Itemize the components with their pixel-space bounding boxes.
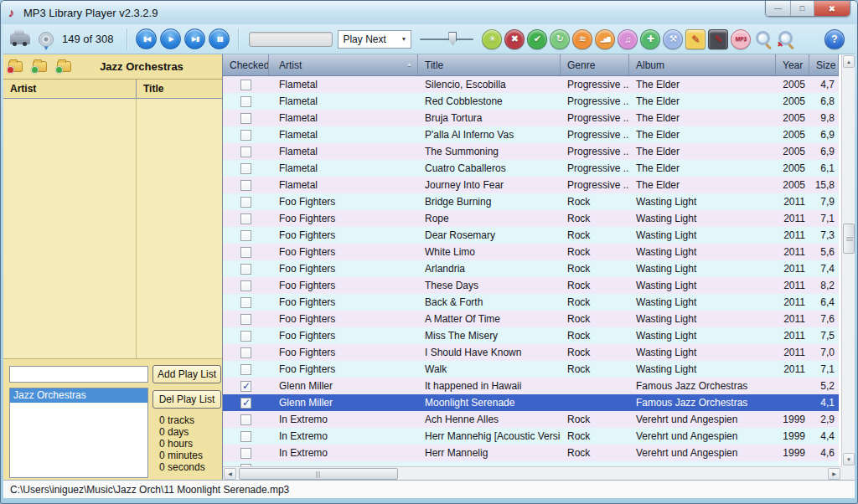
column-header-title[interactable]: Title [418,54,561,75]
table-row[interactable]: Flametal Journey Into Fear Progressive .… [223,177,839,193]
row-checkbox[interactable] [240,113,251,124]
pause-button[interactable]: ▮▮ [209,28,230,49]
horizontal-scrollbar[interactable]: ◀ ▶ [223,466,841,480]
row-checkbox[interactable] [240,331,251,342]
table-row[interactable]: Foo Fighters Dear Rosemary Rock Wasting … [223,227,839,244]
table-row[interactable]: Foo Fighters Miss The Misery Rock Wastin… [223,327,839,344]
row-checkbox[interactable] [240,230,251,241]
vertical-scrollbar-thumb[interactable] [843,224,855,254]
delete-icon[interactable]: ✖ [504,29,525,49]
confirm-check-icon[interactable]: ✔ [527,29,547,49]
add-playlist-button[interactable]: Add Play List [152,365,221,383]
row-checkbox[interactable] [240,431,251,442]
edit-notepad-icon[interactable]: ✎ [685,29,706,49]
car-icon[interactable] [10,33,30,44]
tools-icon[interactable]: ⚒ [663,29,683,49]
row-checkbox[interactable] [240,130,251,141]
row-checkbox[interactable] [240,180,251,191]
column-header-genre[interactable]: Genre [561,54,629,75]
mp3-tag-icon[interactable]: MP3 [731,29,751,49]
table-row[interactable]: Foo Fighters I Should Have Known Rock Wa… [223,344,839,361]
row-checkbox[interactable] [240,213,251,224]
table-row[interactable]: Foo Fighters Arlandria Rock Wasting Ligh… [223,260,839,277]
search-clear-icon[interactable]: ✖ [776,29,796,49]
playlist-name-input[interactable] [9,366,148,383]
playlist-folder-remove-icon[interactable] [8,61,23,72]
column-header-artist[interactable]: Artist▲ [269,54,418,75]
playlist-folder-new-icon[interactable] [57,61,71,72]
row-checkbox[interactable] [240,163,251,174]
scroll-down-icon[interactable]: ▼ [843,453,855,465]
new-starburst-icon[interactable]: ✳ [482,29,502,49]
row-checkbox[interactable] [240,80,251,90]
row-checkbox[interactable] [240,264,251,275]
column-header-year[interactable]: Year [776,54,809,75]
sidebar-column-artist[interactable]: Artist [3,83,136,95]
horizontal-scrollbar-thumb[interactable] [239,468,398,480]
table-row[interactable]: Foo Fighters Walk Rock Wasting Light 201… [223,361,839,378]
scroll-right-icon[interactable]: ▶ [828,468,840,480]
row-checkbox[interactable] [240,448,251,459]
table-row[interactable]: Foo Fighters Back & Forth Rock Wasting L… [223,294,839,311]
table-row[interactable]: Glenn Miller It happened in Hawaii Famou… [223,378,839,394]
column-header-checked[interactable]: Checked [223,54,269,75]
row-checkbox[interactable] [240,280,251,291]
play-mode-select[interactable]: Play Next ▼ [338,30,411,49]
column-header-size[interactable]: Size [809,54,839,75]
playlist-folder-import-icon[interactable] [33,61,47,72]
table-row[interactable]: Flametal Silencio, Escobilla Progressive… [223,76,839,93]
table-row[interactable]: Foo Fighters White Limo Rock Wasting Lig… [223,244,839,260]
row-checkbox[interactable] [240,96,251,107]
table-row[interactable]: Flametal The Summoning Progressive ... T… [223,143,839,160]
close-button[interactable]: ✖ [814,1,850,16]
disc-eject-icon[interactable] [39,32,54,47]
sidebar-column-title[interactable]: Title [136,80,222,98]
table-row[interactable]: Foo Fighters Rope Rock Wasting Light 201… [223,210,839,227]
titlebar[interactable]: ♪ MP3 Library Player v2.3.2.9 — □ ✖ [1,1,857,24]
scroll-left-icon[interactable]: ◀ [224,468,236,480]
table-row[interactable]: Glenn Miller Moonlight Serenade Famous J… [223,394,839,411]
column-header-album[interactable]: Album [629,54,776,75]
table-row[interactable]: Flametal P'alla Al Inferno Vas Progressi… [223,126,839,143]
next-button[interactable]: ▶▮ [184,28,205,49]
add-plus-icon[interactable]: ✚ [640,29,660,49]
refresh-music-icon[interactable]: ↻ [550,29,570,49]
del-playlist-button[interactable]: Del Play List [152,390,221,409]
row-checkbox[interactable] [240,414,251,425]
row-checkbox[interactable] [240,347,251,358]
table-row[interactable]: In Extremo Herr Mannehig [Acoustic Versi… [223,428,839,445]
scroll-up-icon[interactable]: ▲ [843,55,855,68]
row-checkbox[interactable] [240,398,251,409]
seek-progress-bar[interactable] [249,32,333,47]
help-icon[interactable]: ? [824,29,845,49]
row-checkbox[interactable] [240,297,251,308]
table-row[interactable]: In Extremo Ach Henne Alles Rock Verehrt … [223,411,839,428]
playlist-listbox[interactable]: Jazz Orchestras [9,388,148,478]
minimize-button[interactable]: — [766,1,791,16]
volume-slider[interactable] [420,29,473,49]
equalizer-chart-icon[interactable]: ▂▅▇ [595,29,615,49]
wireless-stream-icon[interactable]: ≋ [572,29,592,49]
row-checkbox[interactable] [240,314,251,325]
volume-slider-thumb[interactable] [448,32,457,46]
row-checkbox[interactable] [240,247,251,258]
playlist-tracks-area[interactable] [3,99,222,359]
play-button[interactable]: ▶ [160,28,181,49]
row-checkbox[interactable] [240,147,251,157]
table-row[interactable]: Foo Fighters Bridge Burning Rock Wasting… [223,193,839,210]
table-row[interactable]: Flametal Red Cobblestone Progressive ...… [223,93,839,110]
music-note-icon[interactable]: ♫ [618,29,638,49]
table-row[interactable]: Flametal Bruja Tortura Progressive ... T… [223,110,839,126]
maximize-button[interactable]: □ [791,1,814,16]
row-checkbox[interactable] [240,381,251,392]
previous-button[interactable]: ▮◀ [136,28,157,49]
table-row[interactable]: In Extremo Herr Mannelig Rock Verehrt un… [223,445,839,461]
search-icon[interactable] [753,29,773,49]
row-checkbox[interactable] [240,197,251,208]
table-row[interactable]: Flametal Cuatro Caballeros Progressive .… [223,160,839,177]
edit-device-icon[interactable]: ✎ [708,29,728,49]
vertical-scrollbar[interactable]: ▲ ▼ [841,54,855,466]
playlist-item[interactable]: Jazz Orchestras [10,388,147,403]
row-checkbox[interactable] [240,364,251,375]
table-row[interactable]: Foo Fighters These Days Rock Wasting Lig… [223,277,839,294]
